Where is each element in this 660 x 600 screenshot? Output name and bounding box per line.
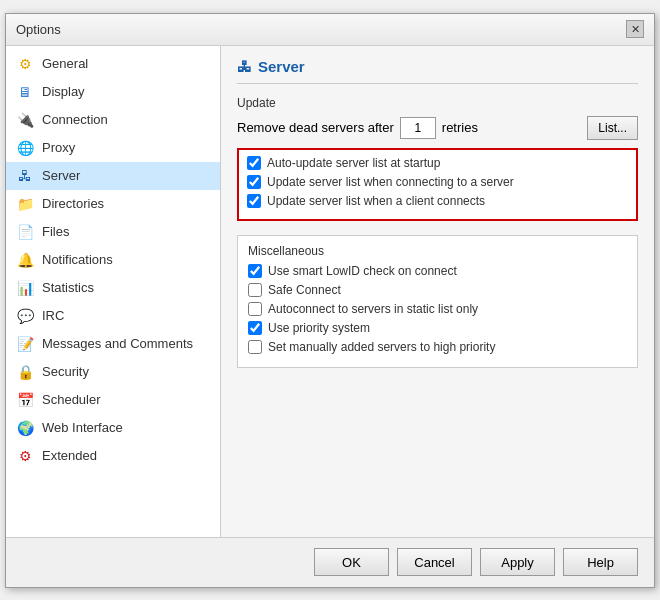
ok-button[interactable]: OK <box>314 548 389 576</box>
sidebar-label-webinterface: Web Interface <box>42 420 123 435</box>
misc-section: Miscellaneous Use smart LowID check on c… <box>237 235 638 368</box>
security-icon: 🔒 <box>16 363 34 381</box>
sidebar-item-notifications[interactable]: 🔔Notifications <box>6 246 220 274</box>
sidebar-label-scheduler: Scheduler <box>42 392 101 407</box>
sidebar-item-webinterface[interactable]: 🌍Web Interface <box>6 414 220 442</box>
extended-icon: ⚙ <box>16 447 34 465</box>
display-icon: 🖥 <box>16 83 34 101</box>
retries-suffix: retries <box>442 120 478 135</box>
sidebar-label-irc: IRC <box>42 308 64 323</box>
misc-checkbox-input-smart_lowid[interactable] <box>248 264 262 278</box>
sidebar-label-messages: Messages and Comments <box>42 336 193 351</box>
misc-checkbox-label-safe_connect: Safe Connect <box>268 283 341 297</box>
misc-checkbox-input-manually_added[interactable] <box>248 340 262 354</box>
options-dialog: Options ✕ ⚙General🖥Display🔌Connection🌐Pr… <box>5 13 655 588</box>
sidebar-label-display: Display <box>42 84 85 99</box>
misc-checkbox-label-use_priority: Use priority system <box>268 321 370 335</box>
statistics-icon: 📊 <box>16 279 34 297</box>
sidebar: ⚙General🖥Display🔌Connection🌐Proxy🖧Server… <box>6 46 221 537</box>
misc-header: Miscellaneous <box>248 244 627 258</box>
proxy-icon: 🌐 <box>16 139 34 157</box>
misc-checkbox-safe_connect: Safe Connect <box>248 283 627 297</box>
directories-icon: 📁 <box>16 195 34 213</box>
sidebar-item-server[interactable]: 🖧Server <box>6 162 220 190</box>
checkbox-update_connecting: Update server list when connecting to a … <box>247 175 628 189</box>
checkbox-input-update_client[interactable] <box>247 194 261 208</box>
cancel-button[interactable]: Cancel <box>397 548 472 576</box>
notifications-icon: 🔔 <box>16 251 34 269</box>
scheduler-icon: 📅 <box>16 391 34 409</box>
sidebar-label-server: Server <box>42 168 80 183</box>
sidebar-label-notifications: Notifications <box>42 252 113 267</box>
update-checkboxes-box: Auto-update server list at startupUpdate… <box>237 148 638 221</box>
sidebar-label-extended: Extended <box>42 448 97 463</box>
checkbox-label-update_connecting: Update server list when connecting to a … <box>267 175 514 189</box>
checkbox-label-auto_update: Auto-update server list at startup <box>267 156 440 170</box>
sidebar-label-connection: Connection <box>42 112 108 127</box>
bottom-bar: OK Cancel Apply Help <box>6 537 654 587</box>
webinterface-icon: 🌍 <box>16 419 34 437</box>
misc-checkbox-label-smart_lowid: Use smart LowID check on connect <box>268 264 457 278</box>
misc-checkbox-autoconnect_static: Autoconnect to servers in static list on… <box>248 302 627 316</box>
sidebar-item-irc[interactable]: 💬IRC <box>6 302 220 330</box>
panel-title: 🖧 Server <box>237 58 638 84</box>
sidebar-label-files: Files <box>42 224 69 239</box>
update-header: Update <box>237 96 638 110</box>
sidebar-item-messages[interactable]: 📝Messages and Comments <box>6 330 220 358</box>
sidebar-label-proxy: Proxy <box>42 140 75 155</box>
misc-checkbox-label-manually_added: Set manually added servers to high prior… <box>268 340 495 354</box>
remove-dead-row: Remove dead servers after retries List..… <box>237 116 638 140</box>
sidebar-item-files[interactable]: 📄Files <box>6 218 220 246</box>
sidebar-label-directories: Directories <box>42 196 104 211</box>
sidebar-label-statistics: Statistics <box>42 280 94 295</box>
sidebar-item-extended[interactable]: ⚙Extended <box>6 442 220 470</box>
close-button[interactable]: ✕ <box>626 20 644 38</box>
files-icon: 📄 <box>16 223 34 241</box>
sidebar-label-general: General <box>42 56 88 71</box>
content-area: ⚙General🖥Display🔌Connection🌐Proxy🖧Server… <box>6 46 654 537</box>
messages-icon: 📝 <box>16 335 34 353</box>
checkbox-label-update_client: Update server list when a client connect… <box>267 194 485 208</box>
help-button[interactable]: Help <box>563 548 638 576</box>
remove-dead-label: Remove dead servers after <box>237 120 394 135</box>
sidebar-item-display[interactable]: 🖥Display <box>6 78 220 106</box>
sidebar-item-statistics[interactable]: 📊Statistics <box>6 274 220 302</box>
apply-button[interactable]: Apply <box>480 548 555 576</box>
checkbox-input-auto_update[interactable] <box>247 156 261 170</box>
general-icon: ⚙ <box>16 55 34 73</box>
sidebar-item-scheduler[interactable]: 📅Scheduler <box>6 386 220 414</box>
irc-icon: 💬 <box>16 307 34 325</box>
title-bar: Options ✕ <box>6 14 654 46</box>
misc-checkbox-input-safe_connect[interactable] <box>248 283 262 297</box>
retries-input[interactable] <box>400 117 436 139</box>
sidebar-item-connection[interactable]: 🔌Connection <box>6 106 220 134</box>
misc-checkbox-label-autoconnect_static: Autoconnect to servers in static list on… <box>268 302 478 316</box>
checkbox-input-update_connecting[interactable] <box>247 175 261 189</box>
dialog-title: Options <box>16 22 61 37</box>
list-button[interactable]: List... <box>587 116 638 140</box>
server-icon: 🖧 <box>16 167 34 185</box>
misc-checkbox-smart_lowid: Use smart LowID check on connect <box>248 264 627 278</box>
misc-checkbox-input-autoconnect_static[interactable] <box>248 302 262 316</box>
main-panel: 🖧 Server Update Remove dead servers afte… <box>221 46 654 537</box>
sidebar-item-proxy[interactable]: 🌐Proxy <box>6 134 220 162</box>
misc-checkbox-input-use_priority[interactable] <box>248 321 262 335</box>
update-section: Update Remove dead servers after retries… <box>237 96 638 221</box>
connection-icon: 🔌 <box>16 111 34 129</box>
checkbox-auto_update: Auto-update server list at startup <box>247 156 628 170</box>
misc-checkbox-use_priority: Use priority system <box>248 321 627 335</box>
misc-checkbox-manually_added: Set manually added servers to high prior… <box>248 340 627 354</box>
sidebar-item-security[interactable]: 🔒Security <box>6 358 220 386</box>
sidebar-item-general[interactable]: ⚙General <box>6 50 220 78</box>
checkbox-update_client: Update server list when a client connect… <box>247 194 628 208</box>
sidebar-item-directories[interactable]: 📁Directories <box>6 190 220 218</box>
server-icon: 🖧 <box>237 58 252 75</box>
sidebar-label-security: Security <box>42 364 89 379</box>
